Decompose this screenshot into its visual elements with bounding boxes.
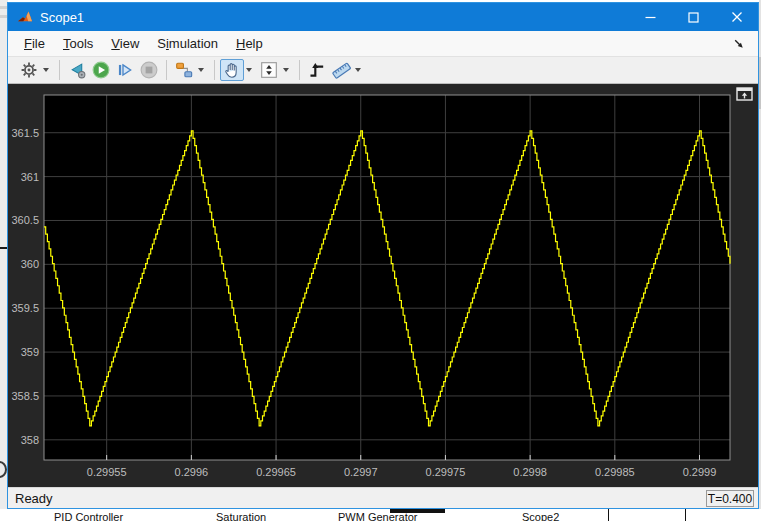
background-signal-wire (608, 509, 609, 521)
sim-time-box: T=0.400 (706, 490, 754, 507)
svg-text:0.29955: 0.29955 (87, 466, 127, 478)
svg-text:361.5: 361.5 (11, 127, 39, 139)
trigger-icon (308, 61, 326, 79)
stop-button (137, 59, 161, 81)
trigger-button[interactable] (305, 59, 329, 81)
maximize-icon (688, 12, 699, 23)
close-button[interactable] (715, 3, 758, 31)
run-icon (92, 61, 110, 79)
dropdown-caret-icon[interactable] (198, 68, 204, 72)
background-model-strip: PID ControllerSaturationPWM GeneratorSco… (0, 509, 761, 521)
measurements-icon (332, 61, 351, 80)
dropdown-caret-icon[interactable] (43, 68, 49, 72)
svg-text:0.29975: 0.29975 (426, 466, 466, 478)
svg-text:359: 359 (21, 346, 39, 358)
menu-simulation[interactable]: Simulation (148, 32, 227, 55)
scope-window: Scope1 Fil (7, 2, 759, 509)
background-block-label: Saturation (216, 511, 266, 521)
minimize-button[interactable] (629, 3, 672, 31)
step-forward-button[interactable] (113, 59, 137, 81)
background-block-label: Scope2 (522, 511, 559, 521)
svg-text:360: 360 (21, 258, 39, 270)
dropdown-caret-icon[interactable] (283, 68, 289, 72)
svg-text:0.29965: 0.29965 (256, 466, 296, 478)
screenshot-stage: PID ControllerSaturationPWM GeneratorSco… (0, 0, 761, 521)
step-back-button[interactable] (65, 59, 89, 81)
x-tick-labels: 0.299550.29960.299650.29970.299750.29980… (87, 466, 717, 478)
background-signal-wire (685, 509, 686, 521)
toolbar-items (17, 59, 366, 81)
menu-tools[interactable]: Tools (54, 32, 102, 55)
menu-items: FileToolsViewSimulationHelp (15, 32, 272, 55)
dropdown-caret-icon[interactable] (246, 68, 252, 72)
maximize-button[interactable] (672, 3, 715, 31)
scope-plot[interactable]: 0.299550.29960.299650.29970.299750.29980… (8, 84, 758, 487)
background-block-label: PWM Generator (338, 511, 417, 521)
scale-axes-button[interactable] (257, 59, 281, 81)
svg-text:358: 358 (21, 434, 39, 446)
svg-text:0.2999: 0.2999 (683, 466, 717, 478)
settings-gear-icon (20, 61, 38, 79)
undock-button[interactable] (735, 86, 753, 101)
step-back-icon (68, 62, 87, 79)
menu-help[interactable]: Help (227, 32, 272, 55)
menu-view[interactable]: View (102, 32, 148, 55)
titlebar[interactable]: Scope1 (8, 3, 758, 31)
y-tick-labels: 358358.5359359.5360360.5361361.5 (11, 127, 39, 446)
matlab-icon (17, 9, 33, 25)
settings-gear-button[interactable] (17, 59, 41, 81)
undock-icon (736, 87, 753, 101)
toolbar (8, 57, 758, 84)
status-text: Ready (15, 491, 53, 506)
run-button[interactable] (89, 59, 113, 81)
simulink-blocks-icon (175, 61, 193, 79)
step-forward-icon (116, 61, 134, 79)
statusbar: Ready T=0.400 (8, 487, 758, 508)
window-title: Scope1 (40, 10, 84, 25)
stop-icon (140, 61, 158, 79)
close-icon (731, 11, 743, 23)
svg-text:359.5: 359.5 (11, 302, 39, 314)
plot-area[interactable] (44, 95, 730, 460)
pan-button[interactable] (220, 59, 244, 81)
menubar: FileToolsViewSimulationHelp (8, 31, 758, 57)
dock-arrow-icon[interactable] (731, 36, 746, 51)
minimize-icon (645, 12, 656, 23)
window-controls (629, 3, 758, 31)
svg-text:358.5: 358.5 (11, 390, 39, 402)
background-block-label: PID Controller (54, 511, 123, 521)
svg-text:0.2998: 0.2998 (513, 466, 547, 478)
toolbar-separator (59, 60, 60, 80)
svg-text:0.2996: 0.2996 (175, 466, 209, 478)
svg-text:361: 361 (21, 171, 39, 183)
pan-icon (223, 61, 241, 79)
scale-axes-icon (260, 61, 278, 79)
toolbar-separator (299, 60, 300, 80)
toolbar-separator (166, 60, 167, 80)
measurements-button[interactable] (329, 59, 353, 81)
background-block-arc (0, 461, 7, 478)
toolbar-separator (214, 60, 215, 80)
svg-text:0.2997: 0.2997 (344, 466, 378, 478)
svg-text:360.5: 360.5 (11, 214, 39, 226)
dropdown-caret-icon[interactable] (355, 68, 361, 72)
svg-text:0.29985: 0.29985 (595, 466, 635, 478)
menu-file[interactable]: File (15, 32, 54, 55)
simulink-blocks-button[interactable] (172, 59, 196, 81)
scope-canvas: 0.299550.29960.299650.29970.299750.29980… (8, 84, 758, 487)
